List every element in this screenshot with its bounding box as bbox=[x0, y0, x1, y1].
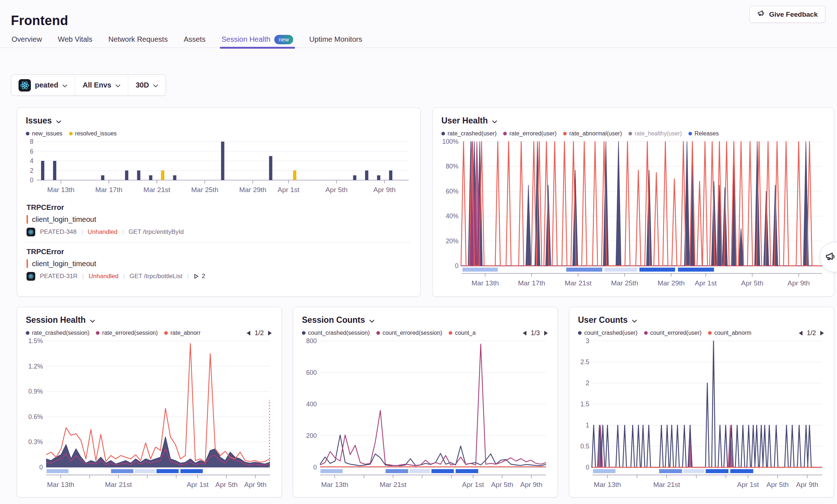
pager-prev-icon bbox=[522, 330, 527, 336]
date-range-selector[interactable]: 30D bbox=[128, 75, 166, 95]
svg-text:Apr 5th: Apr 5th bbox=[326, 186, 348, 194]
svg-text:Apr 1st: Apr 1st bbox=[695, 279, 717, 287]
svg-text:Apr 9th: Apr 9th bbox=[373, 186, 396, 194]
legend-item[interactable]: rate_errored(user) bbox=[503, 130, 557, 137]
legend-label: count_crashed(user) bbox=[584, 330, 638, 336]
svg-text:20%: 20% bbox=[446, 237, 458, 245]
chevron-down-icon bbox=[90, 315, 95, 325]
tab-overview[interactable]: Overview bbox=[11, 31, 43, 48]
issues-panel: Issues new_issuesresolved_issues 02468Ma… bbox=[17, 107, 421, 297]
legend-item[interactable]: Releases bbox=[688, 130, 719, 137]
session-counts-panel-title[interactable]: Session Counts bbox=[302, 314, 549, 325]
issue-message[interactable]: client_login_timeout bbox=[32, 260, 96, 268]
legend-item[interactable]: rate_crashed(user) bbox=[441, 130, 497, 137]
panel-title-label: Issues bbox=[26, 116, 52, 126]
pager-prev-button[interactable] bbox=[522, 330, 527, 336]
tab-network-requests[interactable]: Network Requests bbox=[108, 31, 168, 48]
megaphone-icon bbox=[825, 251, 836, 263]
user-health-chart[interactable]: 020%40%60%80%100%Mar 13thMar 17thMar 21s… bbox=[441, 139, 825, 287]
issues-panel-title[interactable]: Issues bbox=[26, 115, 412, 126]
legend-item[interactable]: count_errored(session) bbox=[376, 330, 442, 336]
legend-label: rate_abnormal(user) bbox=[569, 130, 622, 137]
chevron-down-icon bbox=[153, 84, 158, 88]
meta-separator: | bbox=[82, 273, 84, 280]
legend-label: count_crashed(session) bbox=[308, 330, 370, 336]
svg-text:800: 800 bbox=[306, 338, 317, 345]
svg-text:Mar 13th: Mar 13th bbox=[472, 279, 499, 287]
issue-transaction: GET /trpc/bottleList bbox=[130, 273, 182, 280]
environment-selector[interactable]: All Envs bbox=[75, 75, 128, 95]
user-counts-panel-title[interactable]: User Counts bbox=[578, 314, 825, 325]
replay-count[interactable]: 2 bbox=[193, 273, 205, 280]
issue-message[interactable]: client_login_timeout bbox=[32, 215, 96, 224]
pager-prev-button[interactable] bbox=[246, 330, 251, 336]
new-badge: new bbox=[274, 35, 293, 44]
legend-item[interactable]: rate_errored(session) bbox=[96, 330, 158, 336]
session-health-panel-title[interactable]: Session Health bbox=[26, 314, 273, 325]
panel-title-label: User Health bbox=[441, 116, 488, 126]
legend-dot bbox=[708, 331, 712, 335]
svg-text:1: 1 bbox=[586, 422, 589, 429]
svg-text:Mar 21st: Mar 21st bbox=[380, 481, 407, 488]
pager-next-button[interactable] bbox=[268, 330, 272, 336]
chevron-down-icon bbox=[369, 320, 375, 323]
legend-item[interactable]: rate_healthy(user) bbox=[628, 130, 682, 137]
user-health-panel-title[interactable]: User Health bbox=[441, 115, 825, 126]
session-health-chart[interactable]: 00.3%0.6%0.9%1.2%1.5%Mar 13thMar 21stApr… bbox=[26, 338, 273, 488]
user-counts-chart[interactable]: 00.511.522.53Mar 13thMar 21stApr 1stApr … bbox=[578, 338, 825, 488]
legend-dot bbox=[69, 132, 73, 135]
tab-label: Uptime Monitors bbox=[309, 35, 362, 44]
legend-item[interactable]: rate_abnorr bbox=[164, 330, 201, 336]
svg-text:0.5: 0.5 bbox=[581, 443, 589, 450]
meta-separator: | bbox=[81, 228, 83, 236]
tab-session-health[interactable]: Session Healthnew bbox=[221, 31, 294, 48]
session-health-panel: Session Health rate_crashed(session)rate… bbox=[17, 307, 282, 497]
issue-row[interactable]: TRPCErrorclient_login_timeoutPEATED-31R|… bbox=[26, 243, 412, 286]
legend-item[interactable]: rate_crashed(session) bbox=[26, 330, 89, 336]
tab-assets[interactable]: Assets bbox=[183, 31, 206, 48]
legend-dot bbox=[628, 132, 632, 135]
issue-type[interactable]: TRPCError bbox=[27, 203, 411, 212]
meta-separator: | bbox=[187, 273, 189, 280]
tab-web-vitals[interactable]: Web Vitals bbox=[57, 31, 93, 48]
svg-text:6: 6 bbox=[30, 148, 33, 155]
meta-separator: | bbox=[123, 273, 125, 280]
pager-next-button[interactable] bbox=[820, 330, 824, 336]
issue-transaction: GET /trpc/entityById bbox=[129, 228, 184, 236]
legend-pager: 1/3 bbox=[522, 329, 549, 337]
svg-text:100%: 100% bbox=[442, 139, 458, 145]
tab-bar: OverviewWeb VitalsNetwork RequestsAssets… bbox=[0, 31, 837, 48]
legend-dot bbox=[376, 331, 380, 335]
unhandled-tag: Unhandled bbox=[88, 228, 117, 236]
svg-text:200: 200 bbox=[306, 432, 317, 439]
svg-text:Mar 13th: Mar 13th bbox=[47, 186, 74, 194]
issues-chart[interactable]: 02468Mar 13thMar 17thMar 21stMar 25thMar… bbox=[26, 139, 412, 196]
pager-prev-button[interactable] bbox=[798, 330, 803, 336]
chevron-down-icon bbox=[115, 84, 121, 88]
svg-text:Mar 25th: Mar 25th bbox=[611, 279, 638, 287]
svg-text:0: 0 bbox=[39, 464, 43, 471]
svg-text:0.6%: 0.6% bbox=[28, 413, 43, 420]
session-counts-chart[interactable]: 0200400600800Mar 13thMar 21stApr 1stApr … bbox=[302, 338, 549, 488]
svg-text:0: 0 bbox=[455, 262, 458, 269]
legend-item[interactable]: count_errored(user) bbox=[644, 330, 701, 336]
user-counts-legend: count_crashed(user)count_errored(user)co… bbox=[578, 329, 825, 337]
issue-row[interactable]: TRPCErrorclient_login_timeoutPEATED-348|… bbox=[26, 199, 412, 241]
tab-uptime-monitors[interactable]: Uptime Monitors bbox=[308, 31, 363, 48]
legend-item[interactable]: rate_abnormal(user) bbox=[563, 130, 622, 137]
pager-next-button[interactable] bbox=[544, 330, 548, 336]
issue-type[interactable]: TRPCError bbox=[27, 248, 411, 256]
megaphone-icon bbox=[757, 9, 765, 19]
legend-item[interactable]: count_abnorm bbox=[708, 330, 751, 336]
legend-label: rate_abnorr bbox=[170, 330, 201, 336]
legend-item[interactable]: new_issues bbox=[26, 130, 62, 137]
legend-item[interactable]: resolved_issues bbox=[69, 130, 117, 137]
svg-text:Apr 9th: Apr 9th bbox=[244, 481, 266, 488]
project-selector[interactable]: peated bbox=[11, 75, 75, 95]
svg-text:Mar 21st: Mar 21st bbox=[653, 481, 680, 488]
give-feedback-button[interactable]: Give Feedback bbox=[749, 6, 825, 23]
legend-item[interactable]: count_crashed(user) bbox=[578, 330, 638, 336]
legend-item[interactable]: count_crashed(session) bbox=[302, 330, 370, 336]
legend-item[interactable]: count_a bbox=[449, 330, 476, 336]
svg-text:Mar 21st: Mar 21st bbox=[105, 481, 132, 488]
